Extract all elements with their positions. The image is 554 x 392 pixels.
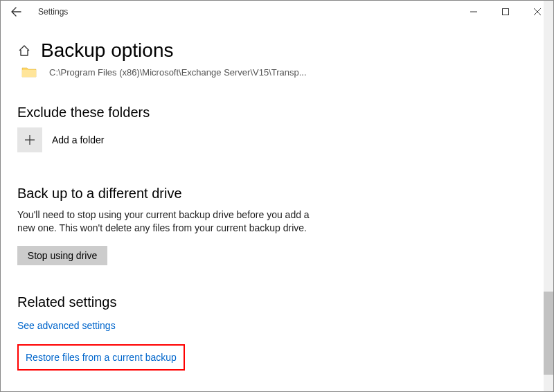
scrollbar-thumb[interactable] [544, 292, 553, 375]
maximize-icon [502, 8, 509, 15]
minimize-icon [470, 8, 477, 15]
exclude-title: Exclude these folders [17, 105, 537, 121]
page-title: Backup options [41, 39, 173, 62]
window-controls [458, 1, 553, 23]
arrow-left-icon [10, 6, 21, 17]
folder-icon [21, 66, 37, 78]
maximize-button[interactable] [490, 1, 521, 23]
folder-path: C:\Program Files (x86)\Microsoft\Exchang… [49, 67, 307, 78]
back-button[interactable] [9, 5, 23, 19]
window-title: Settings [38, 7, 68, 17]
different-drive-title: Back up to a different drive [17, 186, 537, 202]
svg-rect-1 [503, 9, 509, 15]
scrollbar-track[interactable] [544, 1, 553, 391]
titlebar: Settings [1, 1, 553, 23]
home-icon[interactable] [17, 44, 31, 57]
related-title: Related settings [17, 294, 537, 310]
minimize-button[interactable] [458, 1, 490, 23]
content-area: Backup options C:\Program Files (x86)\Mi… [1, 23, 553, 391]
restore-highlight: Restore files from a current backup [17, 344, 185, 371]
restore-files-link[interactable]: Restore files from a current backup [26, 352, 177, 363]
different-drive-section: Back up to a different drive You'll need… [17, 186, 537, 265]
see-advanced-settings-link[interactable]: See advanced settings [17, 320, 116, 331]
stop-using-drive-button[interactable]: Stop using drive [17, 246, 107, 265]
folder-item[interactable]: C:\Program Files (x86)\Microsoft\Exchang… [21, 66, 537, 78]
close-icon [534, 8, 541, 15]
exclude-section: Exclude these folders Add a folder [17, 105, 537, 152]
related-section: Related settings See advanced settings R… [17, 294, 537, 371]
add-folder-button[interactable] [17, 127, 42, 152]
different-drive-desc: You'll need to stop using your current b… [17, 208, 322, 235]
add-folder-row[interactable]: Add a folder [17, 127, 537, 152]
plus-icon [24, 134, 35, 145]
add-folder-label: Add a folder [52, 134, 105, 145]
